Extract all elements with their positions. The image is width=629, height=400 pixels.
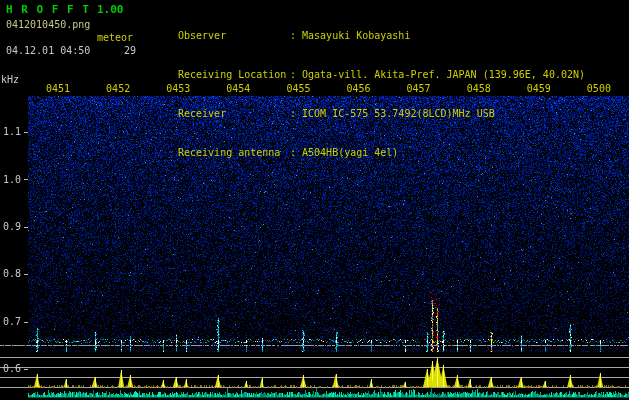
info-row-antenna: Receiving antenna: A504HB(yagi 4el) — [178, 146, 628, 159]
time-tick: 0458 — [449, 83, 509, 94]
freq-tick: 1.1 — [3, 126, 25, 137]
app-version: 1.00 — [97, 3, 124, 16]
freq-tick: 0.6 — [3, 363, 25, 374]
info-value: : A504HB(yagi 4el) — [290, 147, 398, 158]
info-label: Observer — [178, 29, 290, 42]
info-row-observer: Observer: Masayuki Kobayashi — [178, 29, 628, 42]
hrofft-window: H R O F F T 1.00 0412010450.png meteor 0… — [0, 0, 629, 400]
time-tick: 0457 — [389, 83, 449, 94]
info-value: : ICOM IC-575 53.7492(8LCD)MHz USB — [290, 108, 495, 119]
time-tick: 0455 — [268, 83, 328, 94]
info-label: Receiving antenna — [178, 146, 290, 159]
freq-tick: 0.9 — [3, 221, 25, 232]
info-value: : Ogata-vill. Akita-Pref. JAPAN (139.96E… — [290, 69, 585, 80]
time-axis: 0451 0452 0453 0454 0455 0456 0457 0458 … — [28, 83, 629, 94]
echo-count: 29 — [124, 45, 136, 56]
freq-tick: 0.7 — [3, 316, 25, 327]
time-tick: 0456 — [328, 83, 388, 94]
info-value: : Masayuki Kobayashi — [290, 30, 410, 41]
mode-label: meteor — [97, 32, 133, 43]
time-tick: 0500 — [569, 83, 629, 94]
info-row-location: Receiving Location: Ogata-vill. Akita-Pr… — [178, 68, 628, 81]
freq-axis: 1.1 1.0 0.9 0.8 0.7 0.6 — [0, 0, 39, 152]
freq-tick: 1.0 — [3, 174, 25, 185]
info-label: Receiver — [178, 107, 290, 120]
time-tick: 0453 — [148, 83, 208, 94]
info-label: Receiving Location — [178, 68, 290, 81]
time-tick: 0454 — [208, 83, 268, 94]
freq-tick: 0.8 — [3, 268, 25, 279]
time-tick: 0459 — [509, 83, 569, 94]
station-info: Observer: Masayuki Kobayashi Receiving L… — [178, 3, 628, 185]
info-row-receiver: Receiver: ICOM IC-575 53.7492(8LCD)MHz U… — [178, 107, 628, 120]
time-tick: 0452 — [88, 83, 148, 94]
